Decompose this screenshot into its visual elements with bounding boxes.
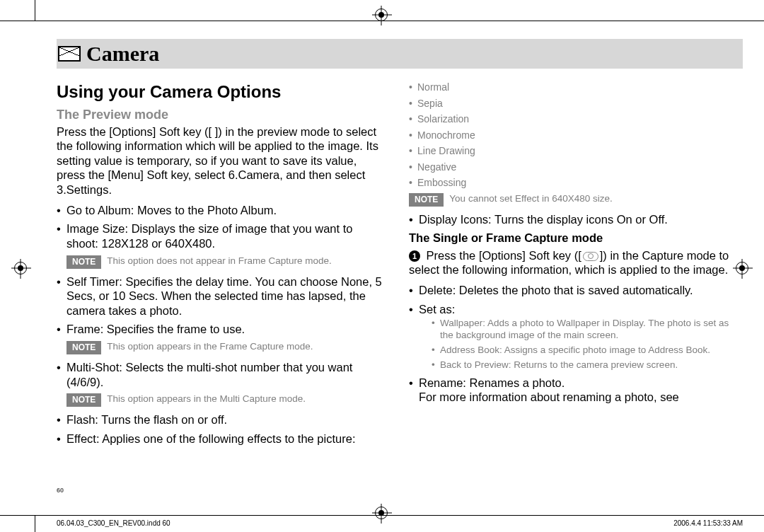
- page-number: 60: [57, 487, 64, 494]
- options-list: Go to Album: Moves to the Photo Album. I…: [57, 203, 382, 251]
- options-list: Self Timer: Specifies the delay time. Yo…: [57, 274, 382, 337]
- softkey-icon: [583, 252, 598, 261]
- list-item: Go to Album: Moves to the Photo Album.: [57, 203, 382, 218]
- heading-mode: The Single or Frame Capture mode: [409, 231, 734, 245]
- list-item: Display Icons: Turns the display icons O…: [409, 212, 734, 227]
- crop-line: [35, 515, 35, 532]
- manual-page: Camera Using your Camera Options The Pre…: [0, 0, 764, 532]
- list-item: Normal: [409, 81, 734, 94]
- note-block: NOTE You cannot set Effect in 640X480 si…: [409, 193, 734, 207]
- capture-paragraph: 1 Press the [Options] Soft key ([]) in t…: [409, 248, 734, 277]
- list-item: Image Size: Displays the size of image t…: [57, 221, 382, 250]
- crop-line: [35, 0, 35, 21]
- list-item: Wallpaper: Adds a photo to Wallpaper in …: [432, 318, 734, 342]
- registration-mark-icon: [14, 262, 27, 274]
- list-item: Set as: Wallpaper: Adds a photo to Wallp…: [409, 302, 734, 371]
- note-label: NOTE: [66, 255, 101, 269]
- step-number-icon: 1: [409, 250, 420, 262]
- list-item: Multi-Shot: Selects the multi-shot numbe…: [57, 360, 382, 389]
- list-item: Monochrome: [409, 129, 734, 142]
- capture-options-list: Delete: Deletes the photo that is saved …: [409, 283, 734, 405]
- registration-mark-icon: [375, 8, 388, 21]
- note-text: This option appears in the Frame Capture…: [107, 341, 313, 353]
- content-area: Camera Using your Camera Options The Pre…: [57, 39, 743, 451]
- note-text: This option does not appear in Frame Cap…: [107, 255, 331, 267]
- right-column: Normal Sepia Solarization Monochrome Lin…: [409, 81, 734, 451]
- heading-main: Using your Camera Options: [57, 81, 382, 103]
- list-item: Back to Preview: Returns to the camera p…: [432, 359, 734, 371]
- envelope-icon: [58, 46, 81, 62]
- list-item: Negative: [409, 161, 734, 174]
- note-block: NOTE This option does not appear in Fram…: [66, 255, 382, 269]
- list-item: Embossing: [409, 177, 734, 190]
- note-label: NOTE: [66, 341, 101, 354]
- effects-list: Normal Sepia Solarization Monochrome Lin…: [409, 81, 734, 190]
- list-item: Delete: Deletes the photo that is saved …: [409, 283, 734, 298]
- section-title-bar: Camera: [57, 39, 743, 69]
- footer-timestamp: 2006.4.4 11:53:33 AM: [673, 519, 743, 527]
- setas-sublist: Wallpaper: Adds a photo to Wallpaper in …: [432, 318, 734, 371]
- section-title: Camera: [86, 42, 159, 66]
- list-item: Solarization: [409, 113, 734, 126]
- left-column: Using your Camera Options The Preview mo…: [57, 81, 382, 451]
- options-list: Display Icons: Turns the display icons O…: [409, 212, 734, 227]
- list-item: Line Drawing: [409, 145, 734, 158]
- list-item: Sepia: [409, 98, 734, 110]
- list-item: Frame: Specifies the frame to use.: [57, 322, 382, 337]
- list-item-label: Set as:: [419, 303, 455, 316]
- list-item: Flash: Turns the flash on or off.: [57, 412, 382, 427]
- footer-file: 06.04.03_C300_EN_REV00.indd 60: [57, 519, 170, 527]
- note-label: NOTE: [66, 393, 101, 407]
- options-list: Multi-Shot: Selects the multi-shot numbe…: [57, 360, 382, 389]
- note-block: NOTE This option appears in the Multi Ca…: [66, 393, 382, 407]
- options-list: Flash: Turns the flash on or off. Effect…: [57, 412, 382, 446]
- note-text: You cannot set Effect in 640X480 size.: [449, 193, 612, 205]
- note-label: NOTE: [409, 193, 444, 207]
- list-item: Effect: Applies one of the following eff…: [57, 432, 382, 446]
- list-item: Rename: Renames a photo. For more inform…: [409, 376, 734, 405]
- print-footer: 06.04.03_C300_EN_REV00.indd 60 2006.4.4 …: [57, 519, 743, 527]
- registration-mark-icon: [375, 507, 388, 519]
- capture-text-a: Press the [Options] Soft key ([: [427, 249, 581, 262]
- heading-sub: The Preview mode: [57, 107, 382, 123]
- note-block: NOTE This option appears in the Frame Ca…: [66, 341, 382, 354]
- intro-paragraph: Press the [Options] Soft key ([ ]) in th…: [57, 125, 382, 197]
- list-item: Address Book: Assigns a specific photo i…: [432, 345, 734, 357]
- note-text: This option appears in the Multi Capture…: [107, 393, 306, 405]
- list-item: Self Timer: Specifies the delay time. Yo…: [57, 274, 382, 318]
